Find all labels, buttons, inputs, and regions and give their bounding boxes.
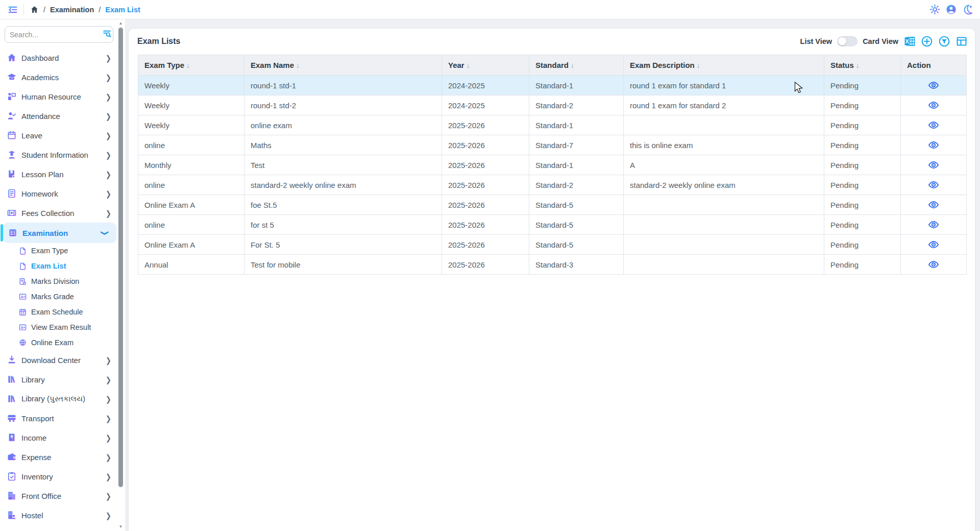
card-header: Exam Lists List View Card View X: [129, 29, 975, 54]
marks-grade-icon: A+: [18, 293, 27, 301]
table-row[interactable]: MonthlyTest2025-2026Standard-1APending: [138, 155, 967, 175]
sidebar-item-human-resource[interactable]: Human Resource❯: [0, 87, 118, 106]
scrollbar-thumb[interactable]: [118, 28, 123, 487]
sidebar-item-income[interactable]: ₹Income❯: [0, 428, 118, 447]
table-header-row: Exam Type↓Exam Name↓Year↓Standard↓Exam D…: [138, 55, 967, 76]
table-row[interactable]: Weeklyonline exam2025-2026Standard-1Pend…: [138, 115, 967, 135]
table-row[interactable]: Weeklyround-1 std-12024-2025Standard-1ro…: [138, 76, 967, 95]
cell-action: [901, 155, 967, 175]
columns-icon[interactable]: [955, 35, 968, 47]
table-row[interactable]: AnnualTest for mobile2025-2026Standard-3…: [138, 255, 967, 275]
cell-description: this is online exam: [624, 135, 824, 155]
sidebar-item-student-information[interactable]: Student Information❯: [0, 145, 118, 164]
sidebar-item-inventory[interactable]: Inventory❯: [0, 467, 118, 486]
breadcrumb-home-icon[interactable]: [30, 5, 39, 14]
exam-list-icon: [18, 262, 27, 271]
view-eye-icon[interactable]: [927, 158, 940, 172]
add-icon[interactable]: [921, 35, 933, 47]
view-eye-icon[interactable]: [927, 178, 940, 191]
column-header-year[interactable]: Year↓: [442, 55, 529, 76]
sidebar-item-leave[interactable]: Leave❯: [0, 126, 118, 145]
sidebar-subitem-marks-division[interactable]: Marks Division: [0, 274, 118, 289]
cell-status: Pending: [824, 215, 901, 235]
table-row[interactable]: Online Exam AFor St. 52025-2026Standard-…: [138, 235, 967, 255]
sidebar-item-communicate[interactable]: Communicate❯: [0, 525, 118, 531]
sidebar-item-label: Income: [21, 433, 46, 442]
sidebar-subitem-exam-list[interactable]: Exam List: [0, 258, 118, 274]
sidebar-item-hostel[interactable]: Hostel❯: [0, 505, 118, 525]
sidebar-item-library[interactable]: Library❯: [0, 370, 118, 389]
scroll-down-icon[interactable]: ▼: [118, 524, 124, 530]
exam-type-icon: [18, 247, 27, 255]
sidebar-item-label: Attendance: [21, 112, 60, 120]
dark-mode-moon-icon[interactable]: [961, 3, 974, 16]
user-profile-icon[interactable]: [945, 3, 958, 16]
sidebar-item-label: Hostel: [21, 511, 43, 520]
cell-status: Pending: [824, 115, 901, 135]
sidebar-item-homework[interactable]: Homework❯: [0, 184, 118, 203]
cell-year: 2025-2026: [442, 135, 529, 155]
column-header-standard[interactable]: Standard↓: [529, 55, 624, 76]
cell-description: [624, 115, 824, 135]
cell-action: [901, 76, 967, 95]
breadcrumb-separator: /: [99, 6, 101, 14]
cell-action: [901, 255, 967, 275]
svg-text:A+: A+: [20, 295, 25, 299]
table-row[interactable]: onlinefor st 52025-2026Standard-5Pending: [138, 215, 967, 235]
column-header-exam-name[interactable]: Exam Name↓: [244, 55, 442, 76]
sidebar-subitem-marks-grade[interactable]: A+Marks Grade: [0, 289, 118, 304]
view-eye-icon[interactable]: [927, 218, 940, 231]
sidebar-collapse-icon[interactable]: [6, 3, 19, 16]
cell-standard: Standard-5: [529, 215, 624, 235]
sidebar-item-library[interactable]: Library (પુસ્તકાલય)❯: [0, 389, 118, 408]
search-lines-icon[interactable]: [102, 29, 112, 40]
sidebar-item-examination[interactable]: Examination❯: [3, 223, 116, 243]
filter-icon[interactable]: [938, 35, 950, 47]
sidebar-item-attendance[interactable]: Attendance❯: [0, 106, 118, 126]
sidebar-subitem-label: Exam Type: [31, 247, 68, 255]
table-row[interactable]: Weeklyround-1 std-22024-2025Standard-2ro…: [138, 95, 967, 115]
sidebar-item-transport[interactable]: Transport❯: [0, 408, 118, 428]
sidebar-subitem-exam-schedule[interactable]: Exam Schedule: [0, 304, 118, 320]
breadcrumb-item-examination[interactable]: Examination: [50, 6, 94, 14]
view-eye-icon[interactable]: [927, 198, 940, 211]
table-row[interactable]: onlinestandard-2 weekly online exam2025-…: [138, 175, 967, 195]
human-resource-icon: [7, 91, 17, 102]
view-eye-icon[interactable]: [927, 138, 940, 152]
cell-status: Pending: [824, 76, 901, 95]
sidebar-item-academics[interactable]: Academics❯: [0, 67, 118, 87]
sidebar-item-front-office[interactable]: Front Office❯: [0, 486, 118, 505]
sidebar-item-fees-collection[interactable]: Fees Collection❯: [0, 203, 118, 223]
settings-gear-icon[interactable]: [928, 3, 941, 16]
income-icon: ₹: [7, 432, 17, 443]
column-header-exam-type[interactable]: Exam Type↓: [138, 55, 244, 76]
view-eye-icon[interactable]: [927, 258, 940, 271]
sidebar-subitem-online-exam[interactable]: Online Exam: [0, 335, 118, 350]
column-header-status[interactable]: Status↓: [824, 55, 901, 76]
view-eye-icon[interactable]: [927, 118, 940, 132]
cell-description: round 1 exam for standard 1: [624, 76, 824, 95]
scroll-up-icon[interactable]: ▲: [118, 20, 124, 27]
search-input[interactable]: [10, 31, 102, 39]
excel-export-icon[interactable]: X: [903, 35, 916, 47]
breadcrumb-item-exam-list[interactable]: Exam List: [105, 6, 140, 14]
cell-exam_type: Monthly: [138, 155, 244, 175]
sidebar-item-expense[interactable]: Expense❯: [0, 447, 118, 467]
table-row[interactable]: onlineMaths2025-2026Standard-7this is on…: [138, 135, 967, 155]
cell-exam_type: online: [138, 215, 244, 235]
sidebar-subitem-exam-type[interactable]: Exam Type: [0, 243, 118, 258]
sidebar-item-dashboard[interactable]: Dashboard❯: [0, 48, 118, 67]
column-header-exam-description[interactable]: Exam Description↓: [624, 55, 824, 76]
table-row[interactable]: Online Exam Afoe St.52025-2026Standard-5…: [138, 195, 967, 215]
sidebar-item-download-center[interactable]: Download Center❯: [0, 350, 118, 370]
view-eye-icon[interactable]: [927, 238, 940, 251]
sidebar-subitem-label: Marks Division: [31, 277, 79, 285]
sidebar-subitem-label: View Exam Result: [31, 323, 91, 331]
view-eye-icon[interactable]: [927, 79, 940, 92]
sidebar-item-lesson-plan[interactable]: Lesson Plan❯: [0, 164, 118, 184]
view-eye-icon[interactable]: [927, 99, 940, 112]
cell-exam_name: For St. 5: [244, 235, 442, 255]
sidebar-subitem-view-exam-result[interactable]: A+View Exam Result: [0, 320, 118, 335]
homework-icon: [7, 188, 17, 199]
view-toggle[interactable]: [837, 36, 857, 46]
